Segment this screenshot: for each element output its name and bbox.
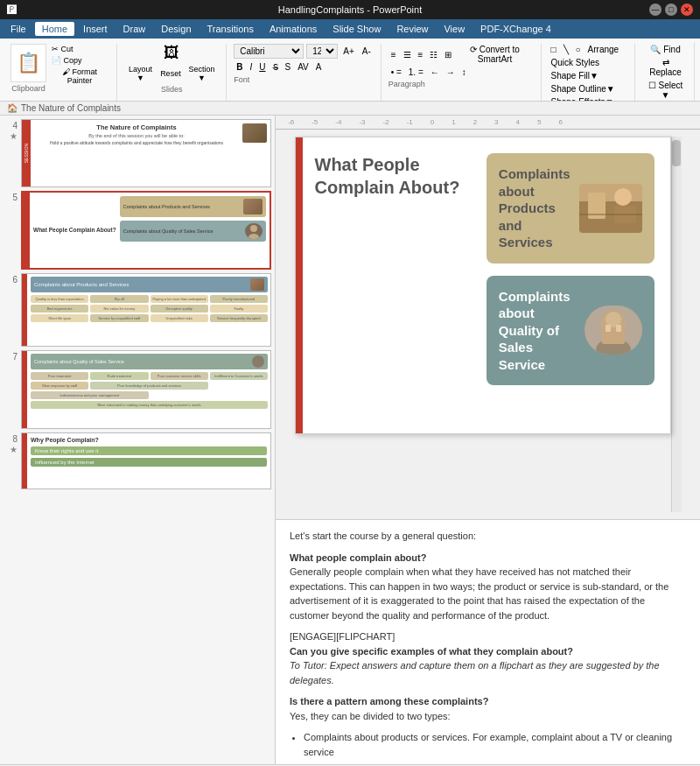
- slide-thumb-4[interactable]: 4 ★ SESSION The Nature of Complaints By …: [4, 119, 271, 187]
- menu-draw[interactable]: Draw: [116, 22, 153, 36]
- columns-button[interactable]: ⊞: [442, 44, 454, 65]
- slide-thumb-6[interactable]: 6 Complaints about Products and Services…: [4, 273, 271, 347]
- layout-button[interactable]: Layout ▼: [124, 64, 157, 83]
- underline-button[interactable]: U: [256, 61, 268, 73]
- char-spacing-button[interactable]: AV: [295, 61, 312, 73]
- scrollbar-thumb[interactable]: [672, 140, 681, 166]
- slide-star-4: ★: [10, 131, 18, 141]
- slide5-left: What People Complain About?: [33, 196, 116, 264]
- notes-q3-bold: Is there a pattern among these complaint…: [290, 696, 488, 706]
- slide4-sub: By the end of this session you will be a…: [34, 133, 239, 138]
- breadcrumb-bar: 🏠 The Nature of Complaints: [0, 102, 700, 116]
- font-name-select[interactable]: Calibri: [234, 44, 304, 59]
- svg-point-1: [248, 234, 259, 239]
- font-size-select[interactable]: 12: [306, 44, 338, 59]
- notes-q1-body: Generally people complain when what they…: [290, 566, 668, 621]
- slide4-body: Hold a positive attitude towards complai…: [34, 140, 239, 145]
- person-icon-thumb: [246, 223, 262, 239]
- bullet-button[interactable]: • =: [388, 67, 404, 78]
- slide-content-8[interactable]: Why People Complain? Know their rights a…: [21, 432, 271, 489]
- menu-insert[interactable]: Insert: [76, 22, 115, 36]
- font-color-button[interactable]: A: [313, 61, 325, 73]
- slide-main-content: What People Complain About? Complaints a…: [296, 137, 670, 414]
- menu-pdf[interactable]: PDF-XChange 4: [473, 22, 558, 36]
- replace-button[interactable]: ⇄ Replace: [642, 57, 689, 78]
- bold-button[interactable]: B: [234, 61, 245, 73]
- convert-smartart-button[interactable]: ⟳ Convert to SmartArt: [456, 44, 533, 65]
- increase-font-button[interactable]: A+: [340, 46, 357, 57]
- decrease-indent-button[interactable]: ←: [428, 67, 442, 78]
- slides-label: Slides: [161, 85, 183, 94]
- menu-animations[interactable]: Animations: [262, 22, 324, 36]
- find-button[interactable]: 🔍 Find: [642, 44, 689, 55]
- menu-slideshow[interactable]: Slide Show: [326, 22, 388, 36]
- shape-oval-button[interactable]: ○: [573, 44, 584, 55]
- format-painter-button[interactable]: 🖌 Format Painter: [50, 67, 109, 86]
- select-button[interactable]: ☐ Select ▼: [642, 80, 689, 101]
- slide7-accent: [22, 351, 27, 428]
- window-controls: — □ ✕: [649, 4, 693, 16]
- minimize-button[interactable]: —: [649, 4, 662, 16]
- arrange-button[interactable]: Arrange: [585, 44, 622, 55]
- slide7-cell-6: Indecisiveness and poor management: [31, 391, 149, 399]
- increase-indent-button[interactable]: →: [444, 67, 458, 78]
- slide-thumb-8[interactable]: 8 ★ Why People Complain? Know their righ…: [4, 432, 271, 489]
- align-left-button[interactable]: ≡: [388, 44, 399, 65]
- paste-button[interactable]: 📋: [10, 44, 46, 82]
- slide5-box1-text: Complaints about Products and Services: [123, 204, 210, 209]
- menu-review[interactable]: Review: [389, 22, 435, 36]
- slide-thumb-5[interactable]: 5 What People Complain About? Complaints…: [4, 191, 271, 270]
- notes-q3-body: Yes, they can be divided to two types:: [290, 711, 451, 721]
- slide-box2[interactable]: Complaints about Quality of Sales Servic…: [486, 276, 654, 386]
- strikethrough-button[interactable]: S̶: [270, 61, 281, 73]
- close-button[interactable]: ✕: [681, 4, 693, 16]
- slide-content-6[interactable]: Complaints about Products and Services Q…: [21, 273, 271, 347]
- align-center-button[interactable]: ☰: [401, 44, 414, 65]
- shape-line-button[interactable]: ╲: [561, 44, 571, 55]
- reset-button[interactable]: Reset: [158, 64, 183, 83]
- section-button[interactable]: Section ▼: [185, 64, 220, 83]
- slide-content-4[interactable]: SESSION The Nature of Complaints By the …: [21, 119, 271, 187]
- vertical-scrollbar[interactable]: [671, 137, 682, 512]
- paragraph-label: Paragraph: [388, 80, 534, 88]
- menu-design[interactable]: Design: [154, 22, 198, 36]
- new-slide-button[interactable]: 🖼: [164, 44, 179, 62]
- maximize-button[interactable]: □: [665, 4, 677, 16]
- align-justify-button[interactable]: ☷: [427, 44, 440, 65]
- right-panel: -6 -5 -4 -3 -2 -1 0 1 2 3 4 5 6: [276, 116, 700, 764]
- slide-num-5: 5: [4, 191, 18, 270]
- slide7-grid: Poor treatment Rude treatment Poor custo…: [31, 372, 268, 409]
- menu-file[interactable]: File: [4, 22, 33, 36]
- menu-transitions[interactable]: Transitions: [200, 22, 261, 36]
- align-right-button[interactable]: ≡: [416, 44, 426, 65]
- shape-fill-button[interactable]: Shape Fill▼: [548, 70, 600, 81]
- number-button[interactable]: 1. =: [406, 67, 426, 78]
- slide-thumb-7[interactable]: 7 Complaints about Quality of Sales Serv…: [4, 350, 271, 429]
- copy-button[interactable]: 📄 Copy: [50, 55, 109, 66]
- slide7-cell-7: More interested in making money than sat…: [31, 401, 268, 409]
- slide-main-title[interactable]: What People Complain About?: [315, 153, 472, 199]
- slide5-box2-img: [245, 223, 262, 239]
- slide-content-7[interactable]: Complaints about Quality of Sales Servic…: [21, 350, 271, 429]
- cut-button[interactable]: ✂ Cut: [50, 44, 109, 54]
- slide7-cell-0: Poor treatment: [31, 372, 88, 380]
- quick-styles-button[interactable]: Quick Styles: [548, 57, 602, 68]
- slide6-cell-9: Service by unqualified staff: [90, 314, 148, 322]
- slide7-title-img: [252, 355, 264, 368]
- menu-home[interactable]: Home: [35, 22, 74, 36]
- notes-q1-bold: What people complain about?: [290, 552, 426, 563]
- slide-star-8: ★: [10, 445, 18, 454]
- slide6-cell-0: Quality is less than expectation: [31, 295, 88, 303]
- slide-box1[interactable]: Complaints about Products and Services: [486, 153, 654, 264]
- shape-rect-button[interactable]: □: [548, 44, 558, 55]
- slide4-session-bar: SESSION: [22, 120, 31, 186]
- menu-view[interactable]: View: [437, 22, 472, 36]
- slide-content-5[interactable]: What People Complain About? Complaints a…: [21, 191, 271, 270]
- decrease-font-button[interactable]: A-: [360, 46, 374, 57]
- shape-outline-button[interactable]: Shape Outline▼: [548, 83, 617, 95]
- line-spacing-button[interactable]: ↕: [459, 67, 469, 78]
- slide6-inner: Complaints about Products and Services Q…: [22, 274, 270, 325]
- shadow-button[interactable]: S: [283, 61, 294, 73]
- italic-button[interactable]: I: [247, 61, 255, 73]
- breadcrumb-icon: 🏠: [7, 103, 18, 113]
